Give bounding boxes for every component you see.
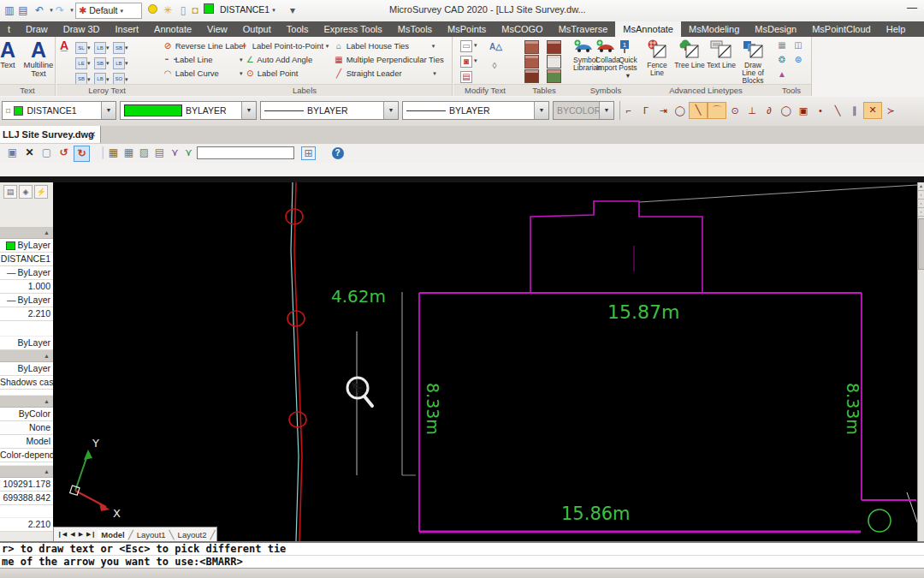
tab-mstraverse[interactable]: MsTraverse [551,21,616,37]
close-icon[interactable]: ✕ [89,126,96,143]
palette-row-color[interactable]: ByLayer [0,239,53,253]
tool-icon[interactable]: ❂ [777,55,787,65]
leroy-style-icon[interactable]: SB [94,57,106,69]
prev-tab-icon[interactable]: ◀ [68,531,76,538]
panel-collapse-icon[interactable]: ‹ [918,191,924,200]
refresh-icon[interactable]: ↺ [56,146,71,160]
tab-draw[interactable]: Draw [18,21,56,37]
leroy-style-icon[interactable]: LE [75,57,87,69]
tab-view[interactable]: View [199,21,235,37]
quick-posts-button[interactable]: 1 Quick Posts ▾ [618,39,638,80]
modify-text-icon[interactable]: ▭ [460,40,472,52]
layer-states-icon[interactable]: ▦ [121,146,136,160]
fence-line-button[interactable]: Fence Line [642,39,672,77]
palette-row-colordepend[interactable]: Color-depend... [0,449,53,462]
chevron-down-icon[interactable]: ▼ [241,102,256,119]
table-icon[interactable] [524,55,539,69]
label-point-button[interactable]: ▾ ⊙ Label Point [240,68,298,80]
lineweight-combo[interactable]: BYLAYER ▼ [402,101,549,120]
purple-filter-icon[interactable]: ⋎ [168,146,182,160]
snap-node-icon[interactable]: ⊙ [726,103,743,118]
scroll-up-icon[interactable]: ▲ [918,182,924,191]
palette-row-material[interactable]: ByLayer [0,337,53,350]
palette-row-shadows[interactable]: Shadows cast.. [0,376,53,390]
snap-circle-icon[interactable]: ◯ [778,103,795,118]
leroy-style-icon[interactable]: SB [113,42,125,54]
palette-section-header[interactable]: ▲ [0,350,53,362]
leroy-style-icon[interactable]: SL [75,42,87,54]
palette-row-center-z[interactable]: 2.210 [0,518,53,532]
chevron-down-icon[interactable]: ▼ [101,102,116,119]
paste-icon[interactable]: ▣ [5,146,20,160]
tool-icon[interactable]: ▲ [777,69,787,80]
qat-layer-select[interactable]: DISTANCE1 ▾ [217,3,284,17]
tool-icon[interactable]: ◫ [793,40,803,51]
tab-msdesign[interactable]: MsDesign [747,21,804,37]
leroy-style-icon[interactable]: LB [94,42,106,54]
drawing-canvas[interactable]: 4.62m 15.87m 15.86m 8.33m 8.33m Y X [53,182,917,541]
tab-annotate[interactable]: Annotate [146,21,199,37]
modify-text-icon[interactable]: ▤ [460,71,472,83]
qat-overflow-icon[interactable]: ▾ [286,3,299,17]
snap-insert-icon[interactable]: ▣ [795,103,812,118]
minimize-button[interactable]: — [907,2,917,14]
draw-line-of-blocks-button[interactable]: Draw Line of Blocks [737,39,768,85]
snap-perpendicular-icon[interactable]: ⊥ [743,103,761,118]
snap-intersection-icon[interactable]: ✕ [863,102,882,119]
tab-draw3d[interactable]: Draw 3D [56,21,108,37]
snap-parallel-icon[interactable]: ∥ [846,103,863,118]
multiple-perpendicular-ties-button[interactable]: ▦ Multiple Perpendicular Ties [334,54,444,66]
next-tab-icon[interactable]: ▶ [77,531,85,538]
palette-quickselect-icon[interactable]: ◈ [19,185,33,199]
palette-row-layer[interactable]: DISTANCE1 [0,253,53,266]
dialog-grid-icon[interactable]: ⊞ [301,146,316,160]
tab-model[interactable]: Model [98,530,127,539]
snap-arc-icon[interactable]: ⌒ [708,102,726,119]
tab-msannotate[interactable]: MsAnnotate [615,21,681,37]
palette-row-center-x[interactable]: 109291.178 [0,478,53,492]
palette-row-plottable[interactable]: None [0,421,53,435]
palette-row-material2[interactable]: ByLayer [0,362,53,376]
snap-line-icon[interactable]: ╲ [829,103,846,118]
refresh-all-icon[interactable]: ↻ [74,146,90,162]
label-curve-button[interactable]: ◠ Label Curve [163,68,219,80]
table-export-icon[interactable] [547,69,561,83]
layer-manager-icon[interactable]: ▦ [106,146,121,160]
layer-filter-input[interactable] [197,146,294,159]
modify-text-icon[interactable]: ◙ [460,56,472,68]
tab-mscogo[interactable]: MsCOGO [494,21,550,37]
tree-line-button[interactable]: Tree Line [674,39,705,69]
tab-layout2[interactable]: Layout2 [175,530,210,539]
palette-row-scale[interactable]: 1.000 [0,280,53,294]
chevron-down-icon[interactable]: ▼ [383,102,398,119]
tab-output[interactable]: Output [235,21,279,37]
snap-extension-icon[interactable]: ≻ [882,103,899,118]
tool-icon[interactable]: ▦ [777,40,787,51]
table-icon[interactable] [524,69,539,83]
palette-section-header[interactable]: ▲ [0,396,53,408]
layer-walk-icon[interactable]: ▨ [137,146,151,160]
tab-help[interactable]: Help [879,21,914,37]
snap-track-icon[interactable]: ⌐ [620,103,637,118]
symbol-librarian-button[interactable]: Symbol Librarian [573,39,595,72]
text-align-icon[interactable]: A△ [489,42,500,52]
help-icon[interactable]: ? [330,146,345,160]
snap-center-icon[interactable]: ◯ [672,103,689,118]
snap-point-icon[interactable]: • [812,103,829,118]
leroy-text-icon[interactable]: A̲ [60,39,68,52]
text-button[interactable]: A Text [0,39,22,69]
label-point-to-point-button[interactable]: ⚬ Label Point-to-Point ▾ [240,40,329,52]
color-combo[interactable]: BYLAYER ▼ [120,101,257,120]
reverse-line-label-button[interactable]: ⊘ Reverse Line Label [163,40,246,52]
text-line-button[interactable]: Text Line [706,39,737,69]
delete-icon[interactable]: ✕ [22,146,37,160]
layer-merge-icon[interactable]: ▤ [152,146,167,160]
table-edit-icon[interactable] [547,55,561,69]
tool-icon[interactable]: ⊜ [793,55,803,65]
save-icon[interactable]: ▥ [3,3,16,17]
palette-icon[interactable]: ▤ [3,185,17,199]
panel-collapse-icon[interactable]: ‹ [918,200,924,208]
collada-import-button[interactable]: Collada Import [595,39,618,72]
tab-mstools[interactable]: MsTools [390,21,440,37]
save-as-icon[interactable]: ▤ [16,3,30,17]
